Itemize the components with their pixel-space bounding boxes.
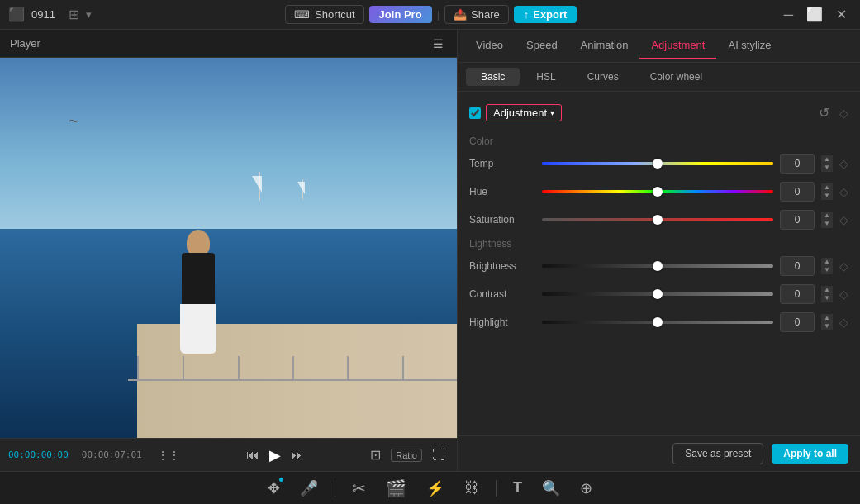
- hue-up[interactable]: ▲: [821, 183, 833, 192]
- toolbar-separator-1: [335, 480, 335, 497]
- sub-tab-color-wheel[interactable]: Color wheel: [635, 68, 717, 86]
- highlight-up[interactable]: ▲: [821, 314, 833, 322]
- list-view-button[interactable]: ⋮⋮: [154, 447, 183, 464]
- fullscreen-button[interactable]: ⛶: [429, 446, 449, 464]
- rail-post-3: [238, 356, 240, 381]
- main-content: Player ☰: [0, 30, 860, 471]
- saturation-up[interactable]: ▲: [821, 212, 833, 220]
- export-icon: ↑: [524, 8, 530, 21]
- temp-up[interactable]: ▲: [821, 155, 833, 164]
- tab-adjustment[interactable]: Adjustment: [639, 32, 716, 59]
- sub-tab-hsl[interactable]: HSL: [521, 68, 570, 86]
- temp-track: [542, 162, 773, 165]
- skip-forward-button[interactable]: ⏭: [287, 446, 307, 464]
- right-panel: Video Speed Animation Adjustment AI styl…: [458, 30, 860, 471]
- brightness-keyframe-icon[interactable]: ◇: [839, 259, 848, 273]
- fit-screen-button[interactable]: ⊡: [367, 445, 384, 464]
- zoom-out-tool-button[interactable]: 🔍: [539, 476, 563, 501]
- maximize-button[interactable]: ⬜: [801, 7, 828, 22]
- mic-tool-button[interactable]: 🎤: [297, 476, 321, 501]
- video-tool-button[interactable]: 🎬: [382, 475, 410, 502]
- temp-slider[interactable]: [542, 162, 773, 165]
- adjustment-title-box: Adjustment ▾: [486, 104, 562, 121]
- cut-tool-button[interactable]: ✂: [349, 475, 369, 502]
- sub-tab-curves[interactable]: Curves: [573, 68, 634, 86]
- toolbar-separator-2: [496, 480, 497, 497]
- top-bar: ⬛ 0911 ⊞ ▾ ⌨ Shortcut Join Pro | 📤 Share…: [0, 0, 860, 30]
- adjustment-checkbox[interactable]: [469, 107, 481, 119]
- merge-icon: ⛓: [464, 479, 479, 497]
- brightness-down[interactable]: ▼: [821, 266, 833, 274]
- hue-slider[interactable]: [542, 190, 773, 193]
- ratio-label: Ratio: [396, 450, 417, 460]
- woman-skirt: [180, 304, 216, 354]
- hue-stepper[interactable]: ▲ ▼: [821, 183, 833, 200]
- merge-tool-button[interactable]: ⛓: [461, 476, 482, 500]
- play-button[interactable]: ▶: [269, 446, 281, 464]
- save-preset-label: Save as preset: [685, 448, 751, 459]
- cut-icon: ✂: [352, 478, 366, 498]
- contrast-slider[interactable]: [542, 292, 773, 296]
- tab-speed[interactable]: Speed: [515, 32, 569, 59]
- total-time: 00:00:07:01: [82, 449, 142, 460]
- brightness-up[interactable]: ▲: [821, 258, 833, 266]
- sub-tab-basic[interactable]: Basic: [466, 68, 520, 86]
- zoom-in-tool-button[interactable]: ⊕: [577, 476, 596, 501]
- tab-animation[interactable]: Animation: [569, 32, 640, 59]
- contrast-stepper[interactable]: ▲ ▼: [821, 286, 833, 302]
- saturation-slider-row: Saturation 0 ▲ ▼ ◇: [469, 210, 848, 230]
- export-button[interactable]: ↑ Export: [514, 6, 577, 23]
- tab-bar: Video Speed Animation Adjustment AI styl…: [458, 30, 860, 63]
- rail-post-5: [347, 356, 349, 381]
- window-info: ⬛ 0911 ⊞ ▾: [8, 7, 92, 22]
- text-icon: T: [513, 479, 522, 497]
- saturation-stepper[interactable]: ▲ ▼: [821, 212, 833, 228]
- temp-stepper[interactable]: ▲ ▼: [821, 155, 833, 172]
- saturation-slider[interactable]: [542, 218, 773, 221]
- keyframe-icon[interactable]: ◇: [839, 107, 848, 120]
- tab-ai-stylize[interactable]: AI stylize: [716, 32, 782, 59]
- contrast-label: Contrast: [469, 288, 535, 300]
- apply-to-button[interactable]: Apply to all: [772, 444, 848, 464]
- brightness-slider[interactable]: [542, 264, 773, 268]
- highlight-down[interactable]: ▼: [821, 322, 833, 330]
- window-layout-chevron[interactable]: ▾: [86, 8, 92, 21]
- share-button[interactable]: 📤 Share: [444, 5, 509, 24]
- hue-keyframe-icon[interactable]: ◇: [839, 185, 848, 198]
- cursor-tool-button[interactable]: ✥: [264, 476, 283, 501]
- woman-body: [182, 253, 215, 311]
- close-button[interactable]: ✕: [831, 7, 852, 22]
- adjustment-chevron-icon: ▾: [550, 108, 554, 117]
- highlight-slider[interactable]: [542, 321, 773, 324]
- divider-1: |: [437, 8, 440, 21]
- skip-back-button[interactable]: ⏮: [243, 446, 263, 464]
- save-preset-button[interactable]: Save as preset: [672, 443, 763, 464]
- saturation-down[interactable]: ▼: [821, 220, 833, 228]
- tab-video[interactable]: Video: [464, 32, 515, 59]
- join-pro-button[interactable]: Join Pro: [369, 6, 432, 23]
- contrast-keyframe-icon[interactable]: ◇: [839, 288, 848, 301]
- reset-button[interactable]: ↺: [817, 103, 831, 122]
- player-header: Player ☰: [0, 30, 457, 58]
- contrast-up[interactable]: ▲: [821, 286, 833, 294]
- text-tool-button[interactable]: T: [510, 476, 525, 500]
- minimize-button[interactable]: ─: [779, 7, 798, 22]
- hue-down[interactable]: ▼: [821, 192, 833, 200]
- temp-down[interactable]: ▼: [821, 164, 833, 172]
- ratio-button[interactable]: Ratio: [391, 449, 422, 462]
- highlight-stepper[interactable]: ▲ ▼: [821, 314, 833, 330]
- hue-value: 0: [780, 182, 815, 202]
- split-tool-button[interactable]: ⚡: [423, 476, 448, 501]
- contrast-down[interactable]: ▼: [821, 294, 833, 302]
- highlight-keyframe-icon[interactable]: ◇: [839, 316, 848, 329]
- shortcut-icon: ⌨: [294, 8, 310, 21]
- shortcut-label: Shortcut: [315, 8, 354, 21]
- shortcut-button[interactable]: ⌨ Shortcut: [285, 5, 363, 24]
- temp-keyframe-icon[interactable]: ◇: [839, 157, 848, 170]
- brightness-stepper[interactable]: ▲ ▼: [821, 258, 833, 274]
- join-pro-label: Join Pro: [379, 8, 422, 21]
- player-menu-button[interactable]: ☰: [430, 36, 447, 52]
- brightness-slider-row: Brightness 0 ▲ ▼ ◇: [469, 256, 848, 276]
- saturation-keyframe-icon[interactable]: ◇: [839, 213, 848, 226]
- video-icon: 🎬: [386, 478, 406, 498]
